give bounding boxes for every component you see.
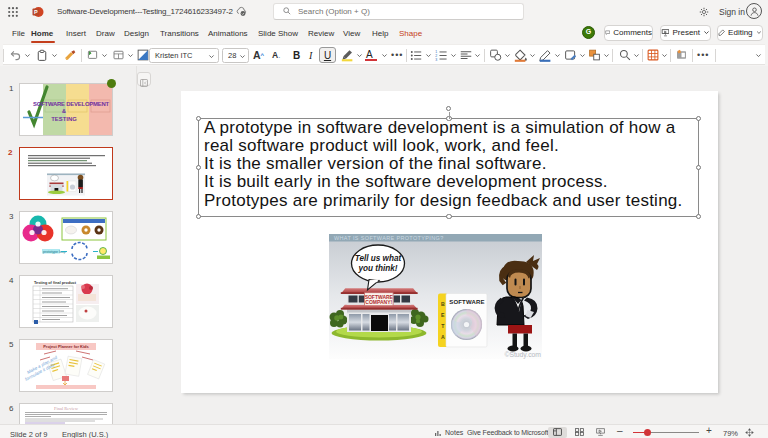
svg-text:Testing of final product: Testing of final product <box>34 281 77 285</box>
svg-text:P: P <box>34 9 38 15</box>
svg-text:3: 3 <box>435 57 437 60</box>
svg-text:COMPANY!: COMPANY! <box>365 299 392 305</box>
svg-text:B: B <box>441 301 445 307</box>
svg-text:E: E <box>441 312 445 318</box>
svg-text:&: & <box>62 108 66 114</box>
svg-text:A: A <box>441 334 445 340</box>
svg-text:TESTING: TESTING <box>51 116 77 122</box>
svg-text:Final Review: Final Review <box>54 406 79 411</box>
svg-text:©Study.com: ©Study.com <box>504 351 541 359</box>
svg-text:you think!: you think! <box>357 264 397 273</box>
svg-text:Tell us what: Tell us what <box>355 254 402 263</box>
svg-text:Project Planner for Kids: Project Planner for Kids <box>43 344 89 349</box>
svg-text:SOFTWARE: SOFTWARE <box>449 299 485 305</box>
svg-text:WHAT IS SOFTWARE PROTOTYPING?: WHAT IS SOFTWARE PROTOTYPING? <box>334 235 444 241</box>
svg-text:SOFTWARE DEVELOPMENT: SOFTWARE DEVELOPMENT <box>33 101 109 107</box>
